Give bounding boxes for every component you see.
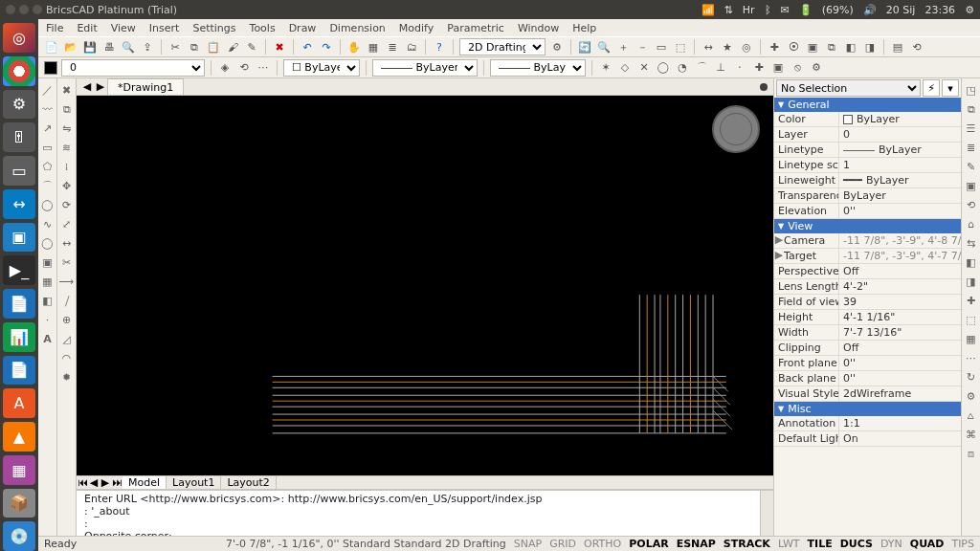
tool-r9-icon[interactable]: ⇆	[964, 235, 979, 251]
tab-model[interactable]: Model	[122, 476, 167, 489]
snap-int-icon[interactable]: ✕	[636, 60, 652, 76]
tab-prev-icon[interactable]: ◀	[88, 476, 100, 489]
tool-r20-icon[interactable]: ⧈	[964, 446, 979, 461]
snap-qua-icon[interactable]: ◔	[675, 60, 690, 76]
status-toggle-grid[interactable]: GRID	[549, 538, 576, 550]
menu-window[interactable]: Window	[518, 22, 559, 34]
tool-r8-icon[interactable]: ⌂	[964, 216, 979, 231]
snap-end-icon[interactable]: ✶	[598, 60, 613, 76]
battery-icon[interactable]: 🔋	[799, 4, 813, 16]
tool-r7-icon[interactable]: ⟲	[964, 197, 979, 212]
menu-insert[interactable]: Insert	[149, 22, 180, 34]
open-icon[interactable]: 📂	[63, 39, 78, 55]
files-icon[interactable]: ▭	[3, 156, 35, 186]
current-color-swatch[interactable]	[44, 61, 57, 75]
ellipse-icon[interactable]: ◯	[40, 235, 56, 251]
disk-icon[interactable]: 💿	[3, 521, 35, 551]
tab-first-icon[interactable]: ⏮	[77, 476, 88, 489]
tool-f-icon[interactable]: ⧉	[824, 39, 839, 55]
mixer-icon[interactable]: 🎚	[3, 122, 35, 152]
tab-layout2[interactable]: Layout2	[221, 476, 276, 489]
hatch-icon[interactable]: ▦	[40, 274, 56, 289]
status-toggle-tips[interactable]: TIPS	[951, 538, 974, 550]
status-toggle-tile[interactable]: TILE	[808, 538, 833, 550]
zoom-ext-icon[interactable]: ▭	[654, 39, 669, 55]
status-toggle-quad[interactable]: QUAD	[910, 538, 945, 550]
tab-close-icon[interactable]	[760, 83, 768, 91]
menu-edit[interactable]: Edit	[77, 22, 97, 34]
status-toggle-snap[interactable]: SNAP	[514, 538, 542, 550]
save-icon[interactable]: 💾	[82, 39, 98, 55]
circle-icon[interactable]: ◯	[40, 197, 56, 212]
selection-filter-select[interactable]: No Selection	[776, 79, 921, 97]
chrome-icon[interactable]	[3, 56, 35, 86]
linetype-select[interactable]: ――― ByLayer	[372, 59, 478, 77]
undo-icon[interactable]: ↶	[300, 39, 315, 55]
join-icon[interactable]: ⊕	[59, 312, 75, 327]
status-toggle-dyn[interactable]: DYN	[880, 538, 902, 550]
bluetooth-icon[interactable]: ᛒ	[765, 4, 771, 16]
trim-icon[interactable]: ✂	[59, 254, 75, 270]
layers-icon[interactable]: ≣	[385, 39, 400, 55]
line-icon[interactable]: ／	[40, 82, 56, 98]
doc-tab[interactable]: *Drawing1	[107, 78, 184, 95]
explorer-icon[interactable]: 🗂	[404, 39, 419, 55]
section-view[interactable]: ▼View	[774, 219, 961, 233]
tool-r18-icon[interactable]: 🜂	[964, 408, 979, 423]
calc-icon[interactable]: 📊	[3, 322, 35, 352]
delete-icon[interactable]: ✖	[272, 39, 287, 55]
tool-h-icon[interactable]: ◨	[862, 39, 878, 55]
section-general[interactable]: ▼General	[774, 98, 961, 112]
fillet-icon[interactable]: ◠	[59, 350, 75, 365]
paste-icon[interactable]: 📋	[206, 39, 221, 55]
command-area[interactable]: Enter URL <http://www.bricsys.com>: http…	[77, 490, 773, 537]
menu-file[interactable]: File	[46, 22, 63, 34]
regen-icon[interactable]: 🔄	[577, 39, 592, 55]
menu-help[interactable]: Help	[572, 22, 596, 34]
snap-tan-icon[interactable]: ⌒	[694, 60, 709, 76]
block-icon[interactable]: ▣	[40, 254, 56, 270]
extend-icon[interactable]: ⟶	[59, 274, 75, 289]
window-control-icon[interactable]	[6, 5, 15, 14]
snap-nea-icon[interactable]: ⋅	[732, 60, 747, 76]
snap-none-icon[interactable]: ⦸	[790, 60, 805, 76]
volume-icon[interactable]: 🔊	[863, 4, 877, 16]
terminal-icon[interactable]: ▶_	[3, 255, 35, 285]
model-canvas[interactable]	[77, 96, 773, 475]
status-toggle-ortho[interactable]: ORTHO	[584, 538, 621, 550]
status-toggle-lwt[interactable]: LWT	[778, 538, 800, 550]
tool-r17-icon[interactable]: ⚙	[964, 388, 979, 404]
rotate-icon[interactable]: ⟳	[59, 197, 75, 212]
menu-modify[interactable]: Modify	[399, 22, 434, 34]
window-control-icon[interactable]	[33, 5, 42, 14]
tab-last-icon[interactable]: ⏭	[111, 476, 122, 489]
view-gauge-icon[interactable]	[712, 105, 760, 153]
ray-icon[interactable]: ↗	[40, 121, 56, 136]
workspace-save-icon[interactable]: ⚙	[549, 39, 565, 55]
redo-icon[interactable]: ↷	[319, 39, 334, 55]
tool-j-icon[interactable]: ⟲	[909, 39, 924, 55]
menu-settings[interactable]: Settings	[192, 22, 235, 34]
tool-g-icon[interactable]: ◧	[843, 39, 858, 55]
offset-icon[interactable]: ≋	[59, 140, 75, 155]
menu-view[interactable]: View	[111, 22, 136, 34]
zoom-out-icon[interactable]: －	[635, 39, 650, 55]
tool-r5-icon[interactable]: ✎	[964, 159, 979, 174]
status-toggle-strack[interactable]: STRACK	[724, 538, 770, 550]
tool-r15-icon[interactable]: ⋯	[964, 350, 979, 365]
zoom-window-icon[interactable]: ⬚	[673, 39, 688, 55]
tab-next-icon[interactable]: ▶	[100, 476, 111, 489]
impress-icon[interactable]: 📄	[3, 356, 35, 386]
tool-r12-icon[interactable]: ✚	[964, 293, 979, 308]
preview-icon[interactable]: 🔍	[121, 39, 136, 55]
writer-icon[interactable]: 📄	[3, 289, 35, 319]
layer-select[interactable]: 0	[61, 59, 205, 77]
arc-icon[interactable]: ⌒	[40, 178, 56, 193]
tab-layout1[interactable]: Layout1	[167, 476, 221, 489]
wifi-icon[interactable]: 📶	[702, 4, 715, 16]
tool-r2-icon[interactable]: ⧉	[964, 101, 979, 117]
tool-r1-icon[interactable]: ◳	[964, 82, 979, 98]
menu-tools[interactable]: Tools	[250, 22, 276, 34]
tab-left-icon[interactable]: ◀	[80, 80, 94, 94]
quickselect-icon[interactable]: ⚡	[923, 79, 940, 97]
